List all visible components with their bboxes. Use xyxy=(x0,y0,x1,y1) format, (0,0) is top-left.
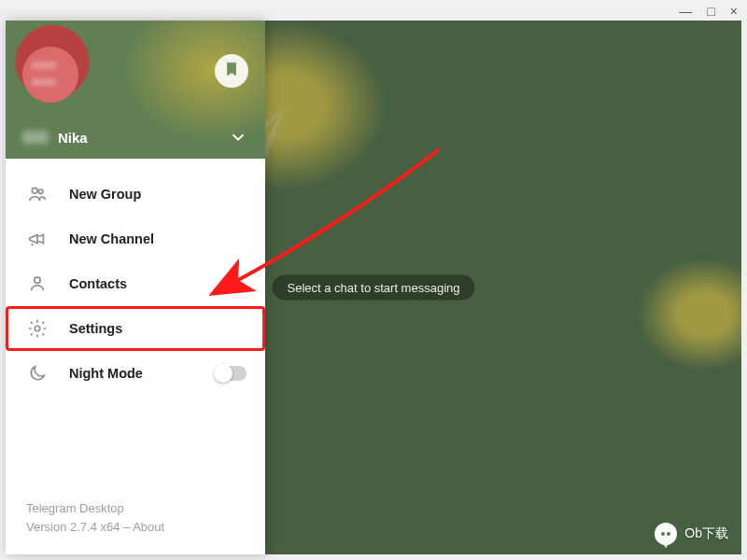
megaphone-icon xyxy=(26,228,49,250)
group-icon xyxy=(26,183,49,205)
username-label: Nika xyxy=(58,130,88,146)
night-mode-toggle[interactable] xyxy=(215,366,247,381)
svg-point-0 xyxy=(32,188,37,193)
menu-label: Contacts xyxy=(69,276,127,291)
window-controls: — □ × xyxy=(669,0,747,21)
svg-point-1 xyxy=(38,189,43,194)
window-close[interactable]: × xyxy=(730,4,738,19)
bookmark-icon xyxy=(223,61,240,81)
app-frame: Select a chat to start messaging Nika xyxy=(6,21,741,554)
window-maximize[interactable]: □ xyxy=(707,4,714,19)
empty-chat-placeholder: Select a chat to start messaging xyxy=(273,275,475,301)
menu-label: Night Mode xyxy=(69,366,143,381)
svg-point-2 xyxy=(35,277,40,283)
menu-item-new-channel[interactable]: New Channel xyxy=(6,217,265,261)
menu-item-night-mode[interactable]: Night Mode xyxy=(6,351,265,396)
person-icon xyxy=(26,273,49,295)
redacted-text xyxy=(22,131,49,144)
drawer-header: Nika xyxy=(6,21,265,159)
moon-icon xyxy=(26,362,49,385)
watermark-text: Ob下载 xyxy=(684,525,728,542)
drawer-footer: Telegram Desktop Version 2.7.4 x64 – Abo… xyxy=(6,499,265,554)
version-about-link[interactable]: Version 2.7.4 x64 – About xyxy=(26,518,245,537)
saved-messages-button[interactable] xyxy=(215,54,248,88)
app-name-label: Telegram Desktop xyxy=(26,499,245,518)
side-drawer: Nika New Group New Channel xyxy=(6,21,265,554)
drawer-menu: New Group New Channel Contacts Settings xyxy=(6,159,265,396)
gear-icon xyxy=(26,317,49,340)
svg-point-3 xyxy=(35,326,40,331)
watermark: Ob下载 xyxy=(655,523,728,545)
menu-item-settings[interactable]: Settings xyxy=(6,306,265,351)
avatar[interactable] xyxy=(22,47,78,103)
menu-item-new-group[interactable]: New Group xyxy=(6,172,265,217)
wechat-icon xyxy=(655,523,677,545)
menu-item-contacts[interactable]: Contacts xyxy=(6,261,265,306)
account-switcher[interactable]: Nika xyxy=(6,127,265,147)
window-minimize[interactable]: — xyxy=(679,4,692,19)
menu-label: New Channel xyxy=(69,231,154,246)
chevron-down-icon xyxy=(228,127,248,147)
menu-label: New Group xyxy=(69,187,141,202)
menu-label: Settings xyxy=(69,321,122,336)
